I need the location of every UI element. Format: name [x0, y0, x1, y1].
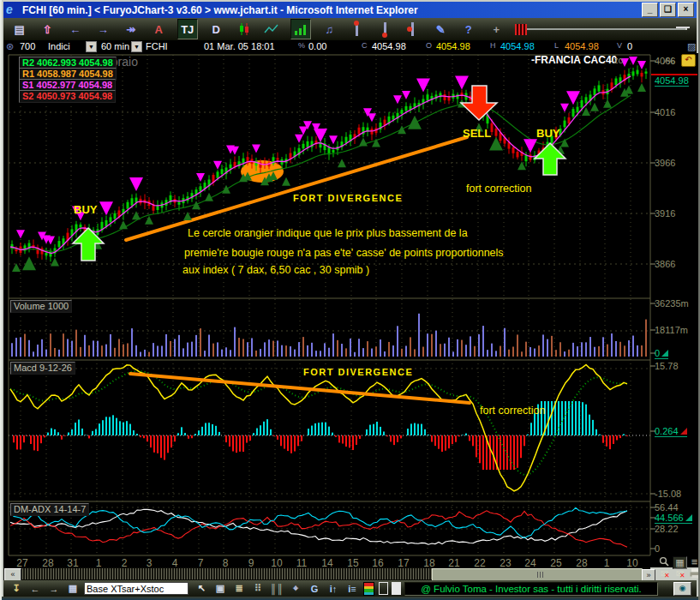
mail-send-icon[interactable]: ✉✕: [673, 568, 686, 579]
sell-annotation: SELL: [463, 127, 491, 140]
connection-button[interactable]: ◉: [673, 582, 691, 596]
title-bar[interactable]: e FCHI [60 min.] < FuryoJChart-3 v3.60 >…: [3, 2, 697, 18]
fort-correction-macd: fort correction: [480, 405, 545, 417]
axis-tick: 28.22: [655, 524, 679, 534]
field-value-C: 4054.98: [372, 41, 406, 51]
axis-last-value: 4054.98: [655, 75, 689, 87]
timeframe-select[interactable]: 60 min: [101, 41, 129, 51]
nav-back-icon[interactable]: ←: [27, 582, 43, 596]
collapse-toolbar-icon[interactable]: [676, 27, 690, 40]
menu-icon[interactable]: ≡: [688, 556, 700, 567]
log-scale-icon[interactable]: G: [307, 582, 322, 596]
marker-bottom-icon[interactable]: [376, 20, 395, 39]
palette-icon[interactable]: [363, 582, 374, 596]
import-data-icon[interactable]: ↧: [9, 582, 24, 596]
marker-top-icon[interactable]: [348, 20, 367, 39]
scrollbar-left-button[interactable]: «: [4, 568, 21, 581]
marker-mid-icon[interactable]: [404, 20, 422, 39]
market-dropdown-icon[interactable]: ▼: [86, 41, 97, 52]
application-window: e FCHI [60 min.] < FuryoJChart-3 v3.60 >…: [0, 0, 700, 600]
info-list-icon[interactable]: i≡: [344, 582, 360, 596]
draw-pen-icon[interactable]: ✎: [432, 20, 451, 39]
quote-bar: ⊛ 700 Indici ▼ 60 min ▼ FCHI 01 Mar. 05 …: [3, 40, 697, 53]
axis-tick: 18117m: [655, 325, 688, 335]
zoom-reset-icon[interactable]: ↶: [681, 54, 696, 67]
axis-last-value: 44.566: [655, 513, 692, 524]
axis-tick: 3866: [655, 259, 675, 269]
candle-style-hollow0[interactable]: [379, 582, 388, 595]
instrument-title: -FRANCIA CAC40: [531, 54, 617, 66]
field-value-L: 4054.98: [565, 41, 599, 51]
crosshair-icon[interactable]: ⌖: [288, 582, 303, 596]
magnifier-icon[interactable]: [657, 556, 670, 567]
field-label-L: L: [554, 41, 559, 50]
base-formula-input[interactable]: [84, 582, 188, 595]
nav-forward-icon[interactable]: →: [46, 582, 62, 596]
step-chart-icon[interactable]: ♫: [320, 20, 339, 39]
scroll-left-icon[interactable]: ←: [66, 20, 85, 39]
axis-tick: 3966: [655, 158, 675, 168]
calc-icon[interactable]: ≣: [231, 582, 247, 596]
internet-explorer-icon: e: [6, 3, 19, 16]
auto-scale-icon[interactable]: A: [150, 20, 169, 39]
window-bottom-edge: [2, 597, 698, 600]
fort-divergence-main: FORT DIVERGENCE: [293, 193, 403, 203]
note-line-2: premie're bougie rouge n'a pas e'te' cas…: [184, 247, 504, 259]
chart-canvas[interactable]: [3, 53, 700, 567]
scrollbar-track[interactable]: [22, 568, 432, 579]
fast-forward-icon[interactable]: ↠: [122, 20, 141, 39]
upload-chart-icon[interactable]: ⇧: [39, 20, 57, 39]
axis-tick: -15.08: [655, 489, 681, 499]
help-icon[interactable]: ?: [459, 20, 478, 39]
close-button[interactable]: ×: [678, 3, 694, 17]
chart-surface[interactable]: bbraio -FRANCIA CAC40 zo ⁄% ↶ R2 4062.99…: [3, 53, 700, 567]
horizontal-scrollbar[interactable]: «: [3, 567, 650, 580]
market-select[interactable]: Indici: [48, 41, 70, 51]
pointer-tool-icon[interactable]: ↖: [194, 582, 209, 596]
grid-dots-icon[interactable]: ⠿: [250, 582, 266, 596]
field-label-H: H: [490, 41, 496, 50]
maximize-button[interactable]: ❏: [660, 3, 676, 17]
grid-toggle-icon[interactable]: ▦: [673, 556, 687, 569]
field-label-%: %: [298, 41, 305, 50]
axis-tick: 36235m: [655, 298, 689, 309]
symbol-label: FCHI: [146, 41, 168, 51]
scroll-right-icon[interactable]: →: [94, 20, 113, 39]
delete-drawings-icon[interactable]: D: [207, 20, 226, 39]
pivot-row-S2: S2 4050.973 4054.98: [19, 90, 116, 103]
axis-tick: 0: [655, 543, 660, 554]
scrollbar-thumb[interactable]: [432, 568, 643, 581]
popup-window-icon[interactable]: ▨: [687, 41, 696, 52]
field-label-V: V: [617, 41, 622, 50]
page-setup-icon[interactable]: ▤: [10, 20, 29, 39]
zoom-plus-icon[interactable]: +: [488, 20, 506, 39]
field-value-O: 4054.98: [436, 41, 470, 51]
bar-chart-icon[interactable]: [290, 19, 311, 39]
field-value-V: 0: [627, 41, 632, 51]
line-chart-icon[interactable]: [263, 20, 282, 39]
axis-tick: 56.44: [655, 502, 679, 513]
corner-hint: zo: [613, 55, 624, 65]
zoom-slider[interactable]: [515, 20, 687, 39]
data-table-icon[interactable]: ▦: [65, 582, 81, 596]
axis-tick: 15.78: [655, 361, 679, 371]
teal-wedge-icon: [685, 514, 692, 521]
scrollbar-grip: [537, 572, 545, 578]
red-wedge-icon: [680, 428, 687, 435]
buy-annotation-2: BUY: [536, 127, 559, 140]
printer-icon[interactable]: [689, 568, 700, 579]
fort-divergence-macd: FORT DIVERGENCE: [303, 367, 413, 377]
minimize-button[interactable]: _: [642, 3, 658, 17]
grid-cols-icon[interactable]: ║║: [269, 582, 284, 596]
field-value-H: 4054.98: [500, 41, 535, 51]
info-bar-icon[interactable]: i↑: [326, 582, 341, 596]
timeframe-dropdown-icon[interactable]: ▼: [131, 41, 142, 52]
snapshot-icon[interactable]: ▣: [212, 582, 228, 596]
mail-alert-icon[interactable]: ✉✕: [658, 568, 671, 579]
candle-style-filled[interactable]: [392, 582, 401, 595]
candle-chart-icon[interactable]: [235, 20, 254, 39]
fort-correction-main: fort correction: [466, 183, 531, 195]
volume-panel-label: Volume 1000: [10, 300, 72, 313]
bar-counter: 700: [20, 41, 35, 51]
text-tool-icon[interactable]: TJ: [177, 19, 198, 39]
